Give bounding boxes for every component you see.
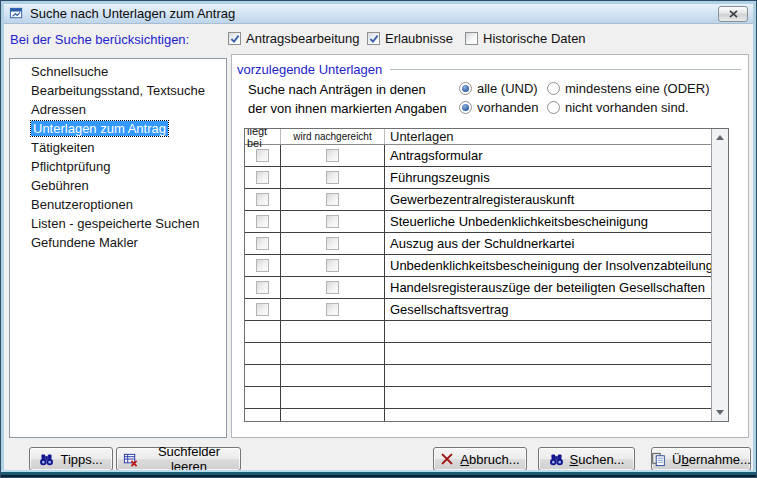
wird-nachgereicht-checkbox[interactable] <box>326 259 339 272</box>
sidebar-item-benutzeroptionen[interactable]: Benutzeroptionen <box>10 195 226 214</box>
close-button[interactable] <box>718 6 748 22</box>
liegt-bei-checkbox[interactable] <box>256 193 269 206</box>
scroll-down-button[interactable] <box>712 404 728 421</box>
binoculars-icon <box>39 452 54 467</box>
group-title: vorzulegende Unterlagen <box>237 62 390 77</box>
sidebar-item-unterlagen-zum-antrag[interactable]: Unterlagen zum Antrag <box>10 119 226 138</box>
liegt-bei-checkbox[interactable] <box>256 237 269 250</box>
window-bottom-edge <box>1 470 756 477</box>
column-header-wird-nachgereicht: wird nachgereicht <box>281 129 385 144</box>
table-row: Steuerliche Unbedenklichkeitsbescheinigu… <box>245 211 711 233</box>
sidebar-item-listen[interactable]: Listen - gespeicherte Suchen <box>10 214 226 233</box>
wird-nachgereicht-checkbox[interactable] <box>326 171 339 184</box>
checkbox-checked-icon <box>228 32 241 45</box>
table-row: Antragsformular <box>245 145 711 167</box>
uebernahme-button[interactable]: Übernahme... <box>651 447 751 471</box>
scroll-up-button[interactable] <box>712 129 728 146</box>
checkbox-historische-daten[interactable]: Historische Daten <box>465 31 586 46</box>
unterlage-cell: Gewerbezentralregisterauskunft <box>385 189 711 210</box>
group-title-line <box>372 69 741 70</box>
radio-mindestens-eine-oder[interactable]: mindestens eine (ODER) <box>547 81 710 96</box>
liegt-bei-checkbox[interactable] <box>256 171 269 184</box>
table-scrollbar[interactable] <box>711 129 728 421</box>
liegt-bei-checkbox[interactable] <box>256 281 269 294</box>
copy-paste-icon <box>651 452 666 467</box>
title-bar[interactable]: Suche nach Unterlagen zum Antrag <box>4 4 753 24</box>
search-condition-line1: Suche nach Anträgen in denen <box>248 82 426 97</box>
sidebar-item-taetigkeiten[interactable]: Tätigkeiten <box>10 138 226 157</box>
column-header-unterlagen: Unterlagen <box>385 129 711 144</box>
table-row: Gewerbezentralregisterauskunft <box>245 189 711 211</box>
table-row: Handelsregisterauszüge der beteiligten G… <box>245 277 711 299</box>
checkbox-label: Historische Daten <box>483 31 586 46</box>
checkbox-label: Erlaubnisse <box>385 31 453 46</box>
checkbox-label: Antragsbearbeitung <box>246 31 359 46</box>
radio-vorhanden[interactable]: vorhanden <box>459 100 538 115</box>
abbruch-button[interactable]: Abbruch... <box>433 447 527 471</box>
empty-table-row <box>245 343 711 365</box>
radio-label: nicht vorhanden sind. <box>565 100 689 115</box>
search-dialog: Suche nach Unterlagen zum Antrag Bei der… <box>0 0 757 478</box>
wird-nachgereicht-checkbox[interactable] <box>326 215 339 228</box>
search-condition-line2: der von ihnen markierten Angaben <box>248 101 447 116</box>
empty-table-row <box>245 409 711 421</box>
liegt-bei-checkbox[interactable] <box>256 303 269 316</box>
liegt-bei-checkbox[interactable] <box>256 215 269 228</box>
radio-selected-icon <box>459 101 472 114</box>
cancel-x-icon <box>440 452 454 466</box>
radio-unselected-icon <box>547 101 560 114</box>
table-row: Auszug aus der Schuldnerkartei <box>245 233 711 255</box>
documents-table: liegt bei wird nachgereicht Unterlagen A… <box>244 128 729 422</box>
liegt-bei-checkbox[interactable] <box>256 149 269 162</box>
documents-grid: liegt bei wird nachgereicht Unterlagen A… <box>245 129 711 421</box>
sidebar-item-pflichtpruefung[interactable]: Pflichtprüfung <box>10 157 226 176</box>
app-icon <box>9 6 24 21</box>
unterlage-cell: Unbedenklichkeitsbescheinigung der Insol… <box>385 255 711 276</box>
tipps-button[interactable]: Tipps... <box>29 447 113 471</box>
sidebar-list: Schnellsuche Bearbeitungsstand, Textsuch… <box>9 58 227 438</box>
column-header-liegt-bei: liegt bei <box>245 129 281 144</box>
button-label: Tipps... <box>60 452 102 467</box>
table-row: Führungszeugnis <box>245 167 711 189</box>
binoculars-icon <box>549 452 564 467</box>
sidebar-item-adressen[interactable]: Adressen <box>10 100 226 119</box>
radio-nicht-vorhanden[interactable]: nicht vorhanden sind. <box>547 100 689 115</box>
wird-nachgereicht-checkbox[interactable] <box>326 237 339 250</box>
unterlage-cell: Auszug aus der Schuldnerkartei <box>385 233 711 254</box>
table-row: Unbedenklichkeitsbescheinigung der Insol… <box>245 255 711 277</box>
unterlage-cell: Handelsregisterauszüge der beteiligten G… <box>385 277 711 298</box>
arrow-down-icon <box>716 410 724 415</box>
radio-alle-und[interactable]: alle (UND) <box>459 81 538 96</box>
wird-nachgereicht-checkbox[interactable] <box>326 281 339 294</box>
sidebar-item-bearbeitungsstand[interactable]: Bearbeitungsstand, Textsuche <box>10 81 226 100</box>
sidebar-item-gefundene-makler[interactable]: Gefundene Makler <box>10 233 226 252</box>
table-header: liegt bei wird nachgereicht Unterlagen <box>245 129 711 145</box>
wird-nachgereicht-checkbox[interactable] <box>326 303 339 316</box>
arrow-up-icon <box>716 135 724 140</box>
clear-fields-icon <box>123 452 138 467</box>
unterlage-cell: Antragsformular <box>385 145 711 166</box>
unterlage-cell: Führungszeugnis <box>385 167 711 188</box>
wird-nachgereicht-checkbox[interactable] <box>326 149 339 162</box>
table-row: Gesellschaftsvertrag <box>245 299 711 321</box>
radio-label: mindestens eine (ODER) <box>565 81 710 96</box>
radio-unselected-icon <box>547 82 560 95</box>
wird-nachgereicht-checkbox[interactable] <box>326 193 339 206</box>
documents-panel: vorzulegende Unterlagen Suche nach Anträ… <box>231 54 749 438</box>
checkbox-antragsbearbeitung[interactable]: Antragsbearbeitung <box>228 31 359 46</box>
unterlage-cell: Steuerliche Unbedenklichkeitsbescheinigu… <box>385 211 711 232</box>
button-label: Abbruch... <box>460 452 519 467</box>
liegt-bei-checkbox[interactable] <box>256 259 269 272</box>
button-label: Suchen... <box>570 452 625 467</box>
radio-selected-icon <box>459 82 472 95</box>
window-title: Suche nach Unterlagen zum Antrag <box>30 6 235 21</box>
suchfelder-leeren-button[interactable]: Suchfelder leeren <box>116 447 241 471</box>
button-label: Übernahme... <box>672 452 751 467</box>
radio-label: vorhanden <box>477 100 538 115</box>
suchen-button[interactable]: Suchen... <box>538 447 635 471</box>
search-scope-label: Bei der Suche berücksichtigen: <box>10 32 189 47</box>
checkbox-checked-icon <box>367 32 380 45</box>
checkbox-erlaubnisse[interactable]: Erlaubnisse <box>367 31 453 46</box>
sidebar-item-gebuehren[interactable]: Gebühren <box>10 176 226 195</box>
sidebar-item-schnellsuche[interactable]: Schnellsuche <box>10 62 226 81</box>
